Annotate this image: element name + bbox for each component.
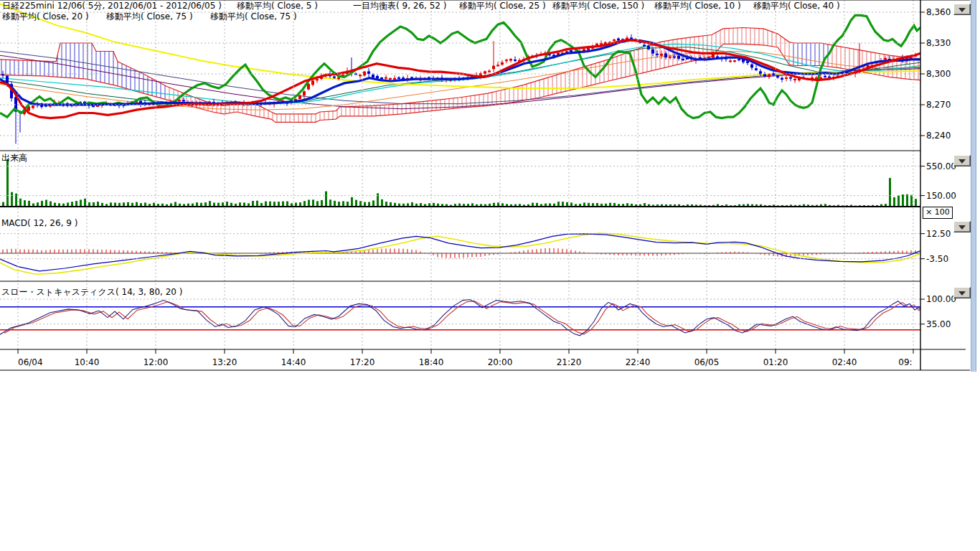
stochastics-panel-dropdown-button[interactable] [953, 287, 971, 298]
axis-label: 35.00 [926, 319, 951, 329]
chart-application-window: 8,3608,3308,3008,2708,240550.00150.0012.… [0, 0, 980, 551]
axis-label: 06/05 [694, 357, 720, 367]
price-panel-dropdown-button[interactable] [953, 4, 971, 15]
indicator-legend-item: 移動平均( Close, 75 ) [106, 11, 193, 22]
axis-label: 150.00 [926, 191, 956, 201]
volume-panel-label: 出来高 [1, 152, 27, 164]
chevron-down-icon [958, 159, 966, 164]
indicator-legend-item: 移動平均( Close, 150 ) [552, 1, 644, 11]
axis-label: -3.50 [926, 254, 948, 264]
axis-label: 100.00 [926, 294, 956, 304]
indicator-legend-item: 移動平均( Close, 40 ) [753, 1, 840, 11]
vertical-scrollbar[interactable] [971, 0, 976, 372]
axis-label: 02:40 [832, 357, 857, 367]
indicator-legend-item: 移動平均( Close, 20 ) [2, 11, 89, 22]
axis-label: 12.50 [926, 229, 951, 239]
volume-panel-dropdown-button[interactable] [953, 155, 971, 166]
chart-plot-area[interactable]: 8,3608,3308,3008,2708,240550.00150.0012.… [0, 0, 980, 380]
indicator-legend-item: 移動平均( Close, 75 ) [210, 11, 297, 22]
axis-label: 22:40 [626, 357, 651, 367]
axis-label: 20:00 [488, 357, 513, 367]
axis-label: 17:20 [350, 357, 375, 367]
axis-label: 8,270 [926, 100, 951, 110]
axis-label: 8,330 [926, 38, 951, 48]
indicator-legend-item: 一目均衡表( 9, 26, 52 ) [353, 1, 446, 11]
axis-label: 21:20 [557, 357, 582, 367]
chevron-down-icon [958, 8, 966, 12]
axis-label: 18:40 [419, 357, 444, 367]
axis-label: 10:40 [75, 357, 100, 367]
axis-label: 8,240 [926, 131, 951, 141]
volume-multiplier-badge: × 100 [923, 207, 953, 219]
axis-label: 09: [898, 357, 912, 367]
axis-label: 01:20 [763, 357, 788, 367]
chevron-down-icon [958, 225, 966, 230]
axis-label: 13:20 [212, 357, 237, 367]
indicator-legend-item: 移動平均( Close, 25 ) [459, 1, 546, 11]
chevron-down-icon [958, 291, 966, 296]
chart-canvas: 8,3608,3308,3008,2708,240550.00150.0012.… [0, 0, 980, 380]
axis-label: 550.00 [926, 161, 956, 171]
axis-label: 8,300 [926, 69, 951, 79]
axis-label: 8,360 [926, 7, 951, 17]
axis-label: 12:00 [143, 357, 169, 367]
stochastics-panel-label: スロー・ストキャスティクス( 14, 3, 80, 20 ) [1, 286, 182, 298]
indicator-legend-item: 日経225mini 12/06( 5分, 2012/06/01 - 2012/0… [2, 1, 222, 11]
macd-panel-dropdown-button[interactable] [953, 221, 971, 232]
indicator-legend-item: 移動平均( Close, 10 ) [654, 1, 741, 11]
axis-label: 06/04 [18, 357, 43, 367]
indicator-legend-item: 移動平均( Close, 5 ) [237, 1, 318, 11]
macd-panel-label: MACD( 12, 26, 9 ) [1, 218, 77, 228]
axis-label: 14:40 [281, 357, 306, 367]
